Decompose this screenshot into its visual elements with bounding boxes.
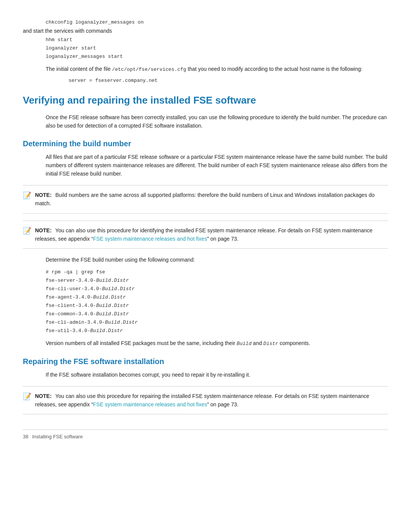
note-icon-1: 📝 [23,191,31,200]
version-code-2: Distr [263,341,278,347]
note-link-3[interactable]: FSE system maintenance releases and hot … [93,401,207,407]
intro-paragraph: The initial content of the file /etc/opt… [46,65,388,74]
rpm-line-0: fse-server-3.4.0-Build.Distr [46,276,388,285]
sub-heading-repair: Repairing the FSE software installation [23,357,388,366]
code-line-5: loganalyzer_messages start [46,53,388,61]
server-config-line: server = fseserver.company.net [68,78,388,83]
sub-heading-build: Determining the build number [23,139,388,148]
rpm-code-block: # rpm -qa | grep fse fse-server-3.4.0-Bu… [46,268,388,335]
version-text: Version numbers of all installed FSE pac… [46,339,388,348]
footer-page-number: 38 [23,434,28,439]
rpm-line-5: fse-cli-admin-3.4.0-Build.Distr [46,318,388,327]
note-text-2: NOTE: You can also use this procedure fo… [35,226,388,243]
section-intro: Once the FSE release software has been c… [46,113,388,130]
rpm-line-4: fse-common-3.4.0-Build.Distr [46,310,388,318]
code-line-1: chkconfig loganalyzer_messages on [46,18,388,27]
footer-text: Installing FSE software [32,434,83,439]
note-body-3b: ” on page 73. [207,401,239,407]
intro-text-1: The initial content of the file [46,66,112,72]
determine-text: Determine the FSE build number using the… [46,256,388,264]
note-box-3: 📝 NOTE: You can also use this procedure … [23,386,388,415]
note-text-1: NOTE: Build numbers are the same across … [35,191,388,208]
section-heading: Verifying and repairing the installed FS… [23,94,388,107]
footer: 38 Installing FSE software [23,430,388,439]
code-line-3: hhm start [46,36,388,44]
note-icon-2: 📝 [23,227,31,235]
intro-text-2: that you need to modify according to the… [186,66,362,72]
note-label-2: NOTE: [35,227,52,233]
build-number-text: All files that are part of a particular … [46,153,388,178]
note-link-2[interactable]: FSE system maintenance releases and hot … [93,236,207,242]
version-text-1: Version numbers of all installed FSE pac… [46,340,237,346]
note-box-2: 📝 NOTE: You can also use this procedure … [23,220,388,249]
note-body-2b: ” on page 73. [207,236,239,242]
rpm-line-2: fse-agent-3.4.0-Build.Distr [46,293,388,302]
top-code-block: chkconfig loganalyzer_messages on and st… [46,18,388,61]
note-text-3: NOTE: You can also use this procedure fo… [35,392,388,409]
version-code-1: Build [237,341,252,347]
version-text-3: components. [278,340,310,346]
code-line-4: loganalyzer start [46,44,388,53]
note-box-1: 📝 NOTE: Build numbers are the same acros… [23,185,388,214]
note-icon-3: 📝 [23,392,31,401]
repair-text: If the FSE software installation becomes… [46,371,388,379]
intro-code: /etc/opt/fse/services.cfg [112,67,186,72]
code-line-2: and start the services with commands [23,27,388,36]
rpm-line-1: fse-cli-user-3.4.0-Build.Distr [46,285,388,293]
rpm-command: # rpm -qa | grep fse [46,268,388,276]
note-body-1: Build numbers are the same across all su… [35,192,374,206]
rpm-line-3: fse-client-3.4.0-Build.Distr [46,302,388,310]
version-text-2: and [252,340,263,346]
note-label-1: NOTE: [35,192,52,198]
rpm-line-6: fse-util-3.4.0-Build.Distr [46,327,388,335]
note-label-3: NOTE: [35,393,52,399]
